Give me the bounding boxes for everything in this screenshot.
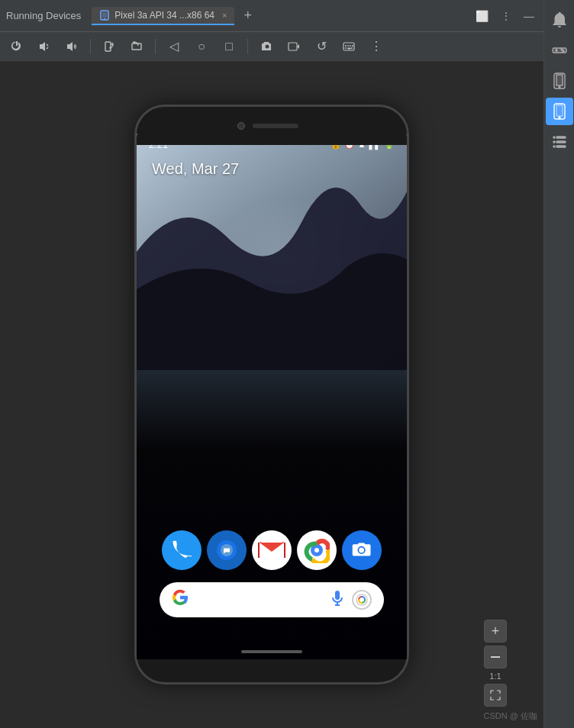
more-toolbar-button[interactable]: ⋮ bbox=[367, 37, 385, 56]
tab-label: Pixel 3a API 34 ...x86 64 bbox=[114, 10, 214, 21]
app-icons-row bbox=[160, 530, 384, 570]
window-restore-button[interactable]: ⬜ bbox=[472, 8, 492, 24]
camera-app-icon[interactable] bbox=[342, 530, 382, 570]
svg-rect-35 bbox=[556, 75, 563, 85]
device-tab-icon bbox=[99, 10, 110, 21]
title-bar: Running Devices Pixel 3a API 34 ...x86 6… bbox=[0, 0, 543, 32]
screenshot-button[interactable] bbox=[257, 37, 276, 56]
right-sidebar bbox=[543, 0, 574, 728]
zoom-fit-button[interactable] bbox=[484, 684, 507, 707]
gmail-app-icon[interactable] bbox=[252, 530, 292, 570]
tab-add-button[interactable]: + bbox=[239, 8, 256, 24]
google-search-bar[interactable] bbox=[160, 582, 384, 617]
window-menu-button[interactable]: ⋮ bbox=[498, 8, 514, 24]
svg-point-24 bbox=[314, 548, 319, 552]
svg-rect-2 bbox=[104, 18, 106, 19]
svg-point-33 bbox=[563, 50, 564, 52]
toolbar: ◁ ○ □ ↺ bbox=[0, 32, 543, 61]
keyboard-button[interactable] bbox=[340, 37, 358, 56]
phone-app-icon[interactable] bbox=[162, 530, 202, 570]
device-active-sidebar-icon[interactable] bbox=[546, 98, 573, 125]
svg-rect-41 bbox=[556, 141, 566, 143]
zoom-out-button[interactable] bbox=[484, 646, 507, 668]
phone-sidebar-icon[interactable] bbox=[546, 67, 573, 95]
back-button[interactable]: ◁ bbox=[165, 37, 183, 56]
controller-sidebar-icon[interactable] bbox=[546, 37, 573, 64]
svg-point-45 bbox=[553, 146, 555, 147]
messages-app-icon[interactable] bbox=[207, 530, 247, 570]
svg-rect-40 bbox=[556, 137, 566, 138]
main-area: Running Devices Pixel 3a API 34 ...x86 6… bbox=[0, 0, 543, 728]
google-lens-icon[interactable] bbox=[352, 590, 372, 610]
svg-rect-6 bbox=[132, 43, 141, 50]
watermark: CSDN @ 佐咖 bbox=[484, 710, 537, 722]
phone-home-indicator bbox=[241, 650, 302, 653]
list-sidebar-icon[interactable] bbox=[546, 128, 573, 156]
svg-point-39 bbox=[559, 117, 560, 118]
phone-screen[interactable]: 2:21 🔒 ⏰ ▲ ▌▌ 🔋 bbox=[137, 134, 407, 659]
volume-down-button[interactable] bbox=[35, 37, 53, 56]
svg-rect-42 bbox=[556, 146, 566, 147]
zoom-level-label: 1:1 bbox=[489, 672, 501, 681]
svg-rect-1 bbox=[102, 12, 107, 18]
svg-line-3 bbox=[47, 44, 48, 46]
svg-point-43 bbox=[553, 137, 555, 138]
screen-record-button[interactable] bbox=[285, 37, 303, 56]
svg-rect-29 bbox=[491, 656, 500, 658]
power-button[interactable] bbox=[8, 37, 26, 56]
home-button[interactable]: ○ bbox=[192, 37, 211, 56]
toolbar-sep-3 bbox=[247, 39, 248, 54]
svg-rect-38 bbox=[556, 105, 563, 116]
zoom-in-button[interactable]: + bbox=[484, 620, 507, 643]
phone-area: 2:21 🔒 ⏰ ▲ ▌▌ 🔋 bbox=[0, 61, 543, 728]
zoom-controls: + 1:1 bbox=[484, 620, 507, 713]
svg-rect-7 bbox=[289, 43, 297, 50]
phone-camera bbox=[237, 122, 245, 130]
title-bar-actions: ⬜ ⋮ — bbox=[472, 8, 537, 24]
google-g-logo bbox=[172, 589, 189, 610]
tab-close-button[interactable]: × bbox=[222, 11, 227, 20]
toolbar-sep-2 bbox=[155, 39, 156, 54]
overview-button[interactable]: □ bbox=[220, 37, 238, 56]
device-tab[interactable]: Pixel 3a API 34 ...x86 64 × bbox=[92, 7, 234, 25]
window-title: Running Devices bbox=[6, 10, 81, 21]
wallpaper: 2:21 🔒 ⏰ ▲ ▌▌ 🔋 bbox=[137, 134, 407, 659]
svg-line-4 bbox=[47, 47, 48, 49]
phone-speaker bbox=[253, 124, 298, 128]
google-mic-icon[interactable] bbox=[331, 590, 344, 610]
svg-rect-25 bbox=[335, 591, 340, 600]
phone-device: 2:21 🔒 ⏰ ▲ ▌▌ 🔋 bbox=[134, 105, 409, 685]
rotate-action-button[interactable]: ↺ bbox=[312, 37, 331, 56]
volume-up-button[interactable] bbox=[63, 37, 81, 56]
svg-point-32 bbox=[561, 49, 563, 50]
phone-date: Wed, Mar 27 bbox=[152, 160, 239, 178]
chrome-app-icon[interactable] bbox=[297, 530, 337, 570]
svg-point-44 bbox=[553, 141, 555, 143]
rotate-portrait-button[interactable] bbox=[100, 37, 118, 56]
window-minimize-button[interactable]: — bbox=[521, 8, 537, 24]
phone-dock bbox=[137, 530, 407, 617]
svg-point-36 bbox=[559, 86, 560, 88]
rotate-landscape-button[interactable] bbox=[127, 37, 146, 56]
toolbar-sep-1 bbox=[90, 39, 91, 54]
phone-top-bar bbox=[137, 107, 407, 145]
notification-sidebar-icon[interactable] bbox=[546, 6, 573, 34]
svg-rect-5 bbox=[105, 42, 111, 51]
